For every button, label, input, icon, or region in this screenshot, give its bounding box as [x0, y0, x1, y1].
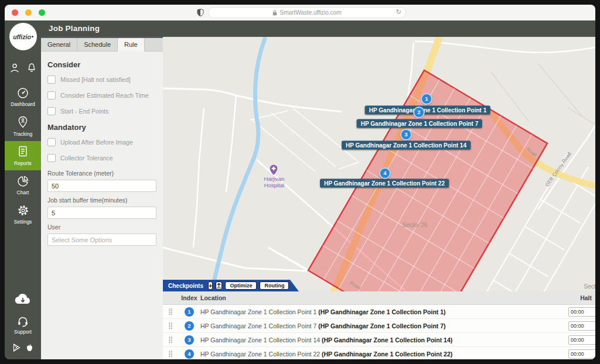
row-index-badge: 1	[185, 307, 194, 317]
url-text: SmartWaste.uffizio.com	[279, 9, 341, 16]
row-location-alias: (HP Gandhinagar Zone 1 Collection Point …	[322, 336, 452, 344]
map-canvas[interactable]: GEB Colony Road Road Road Harjivan Hospi…	[163, 37, 595, 359]
row-location-alias: (HP Gandhinagar Zone 1 Collection Point …	[322, 351, 452, 358]
routing-button[interactable]: Routing	[260, 281, 289, 290]
map-marker-1[interactable]: 1	[421, 93, 432, 105]
map-marker-label[interactable]: HP Gandhinagar Zone 1 Collection Point 7	[357, 119, 482, 128]
sidebar-item-label: Tracking	[13, 131, 32, 137]
halt-input[interactable]	[568, 349, 595, 359]
optimize-button[interactable]: Optimize	[225, 281, 257, 290]
uffizio-logo[interactable]: uffizio	[9, 23, 37, 50]
checkbox-box[interactable]	[47, 91, 56, 99]
sidebar-item-reports[interactable]: Reports	[5, 141, 41, 170]
add-checkpoint-button[interactable]: +	[208, 281, 213, 290]
drag-handle-icon[interactable]: ⣿	[163, 336, 178, 344]
table-row[interactable]: ⣿ 1 HP Gandhinagar Zone 1 Collection Poi…	[163, 305, 595, 319]
tab-bar: General Schedule Rule	[41, 38, 163, 51]
checkpoints-table: Index Location Halt ⣿ 1 HP Gandhinagar Z…	[163, 291, 595, 359]
sidebar-item-settings[interactable]: Settings	[5, 200, 41, 229]
row-index-badge: 2	[185, 321, 194, 331]
table-row[interactable]: ⣿ 3 HP Gandhinagar Zone 1 Collection Poi…	[163, 333, 595, 347]
column-halt: Halt	[566, 294, 595, 301]
job-buffer-label: Job start buffer time(minutes)	[47, 197, 156, 204]
chart-pie-icon	[17, 175, 29, 187]
map-marker-label[interactable]: HP Gandhinagar Zone 1 Collection Point 1…	[342, 141, 471, 150]
hospital-label: Harjivan Hospital	[255, 176, 293, 189]
cloud-download-icon[interactable]	[14, 293, 32, 305]
sidebar-item-chart[interactable]: Chart	[5, 170, 41, 200]
minimize-window-button[interactable]	[25, 9, 32, 16]
row-location: HP Gandhinagar Zone 1 Collection Point 1	[200, 308, 316, 315]
browser-window: SmartWaste.uffizio.com ↻ Job Planning uf…	[5, 5, 595, 359]
drag-handle-icon[interactable]: ⣿	[163, 350, 178, 358]
tab-general[interactable]: General	[41, 38, 77, 51]
checkbox-box[interactable]	[47, 138, 56, 146]
checkbox-start-end-points[interactable]: Start - End Points	[47, 107, 156, 115]
drag-handle-icon[interactable]: ⣿	[163, 308, 178, 315]
halt-input[interactable]	[568, 335, 595, 345]
sidebar-item-support[interactable]: Support	[5, 316, 41, 335]
tab-rule[interactable]: Rule	[118, 38, 145, 51]
map-marker-label[interactable]: HP Gandhinagar Zone 1 Collection Point 2…	[320, 179, 449, 188]
user-icon[interactable]	[9, 63, 20, 73]
table-row[interactable]: ⣿ 4 HP Gandhinagar Zone 1 Collection Poi…	[163, 347, 595, 359]
checkbox-missed[interactable]: Missed [Halt not satisfied]	[47, 75, 156, 84]
tab-schedule[interactable]: Schedule	[77, 38, 118, 51]
maximize-window-button[interactable]	[39, 9, 45, 16]
halt-input[interactable]	[568, 321, 595, 331]
checkbox-estimated-reach-time[interactable]: Consider Estimated Reach Time	[47, 91, 156, 99]
column-index: Index	[178, 294, 200, 301]
import-checkpoints-button[interactable]	[216, 281, 222, 290]
row-location-alias: (HP Gandhinagar Zone 1 Collection Point …	[318, 308, 445, 315]
sidebar-item-dashboard[interactable]: Dashboard	[5, 83, 41, 112]
reload-icon[interactable]: ↻	[396, 8, 401, 16]
job-planning-panel: General Schedule Rule Consider Missed [H…	[41, 37, 163, 359]
checkbox-box[interactable]	[47, 107, 56, 115]
row-location-alias: (HP Gandhinagar Zone 1 Collection Point …	[318, 322, 445, 329]
route-tolerance-label: Route Tolerance (meter)	[47, 170, 156, 177]
support-headset-icon	[17, 316, 29, 327]
tracking-protection-shield-icon[interactable]	[197, 9, 204, 16]
row-location: HP Gandhinagar Zone 1 Collection Point 7	[200, 322, 316, 329]
close-window-button[interactable]	[12, 9, 18, 16]
sidebar-item-label: Settings	[14, 219, 32, 225]
checkbox-box[interactable]	[47, 75, 56, 84]
map-marker-label[interactable]: HP Gandhinagar Zone 1 Collection Point 1	[365, 106, 490, 115]
sidebar: uffizio Dashboard Tracking Reports	[5, 20, 41, 359]
checkpoints-title: Checkpoints	[168, 283, 203, 289]
apple-icon[interactable]	[26, 344, 33, 352]
lock-icon	[272, 10, 277, 16]
row-location: HP Gandhinagar Zone 1 Collection Point 2…	[200, 351, 320, 358]
sidebar-item-label: Support	[14, 329, 32, 335]
settings-gear-icon	[17, 204, 29, 217]
reports-document-icon	[18, 145, 28, 158]
column-location: Location	[200, 294, 566, 301]
area-label-sector-27: Sector 27	[584, 283, 595, 290]
sidebar-item-label: Chart	[17, 190, 29, 195]
sidebar-item-label: Dashboard	[11, 101, 35, 107]
sidebar-item-tracking[interactable]: Tracking	[5, 112, 41, 141]
map-marker-4[interactable]: 4	[379, 167, 391, 179]
checkbox-box[interactable]	[47, 154, 56, 162]
checkbox-upload-after-before-image[interactable]: Upload After Before Image	[47, 138, 156, 146]
drag-handle-icon[interactable]: ⣿	[163, 322, 178, 329]
checkbox-collector-tolerance[interactable]: Collector Tolerance	[47, 154, 156, 162]
user-select-input[interactable]	[47, 233, 156, 246]
upload-icon	[216, 283, 221, 289]
tracking-pin-icon	[17, 116, 29, 129]
hospital-pin-icon[interactable]	[270, 164, 278, 176]
dashboard-speedometer-icon	[16, 87, 29, 99]
page-title: Job Planning	[49, 24, 100, 33]
table-header: Index Location Halt	[163, 291, 595, 305]
route-tolerance-input[interactable]	[47, 180, 156, 192]
notifications-bell-icon[interactable]	[26, 63, 37, 73]
map-marker-2[interactable]: 2	[413, 107, 425, 118]
map-marker-3[interactable]: 3	[400, 129, 412, 140]
address-bar[interactable]: SmartWaste.uffizio.com ↻	[208, 7, 406, 18]
job-buffer-input[interactable]	[47, 207, 156, 219]
table-row[interactable]: ⣿ 2 HP Gandhinagar Zone 1 Collection Poi…	[163, 319, 595, 333]
area-label-sector-26: Sector 26	[402, 222, 428, 229]
browser-toolbar: SmartWaste.uffizio.com ↻	[5, 5, 595, 21]
google-play-icon[interactable]	[13, 344, 21, 352]
halt-input[interactable]	[568, 307, 595, 317]
